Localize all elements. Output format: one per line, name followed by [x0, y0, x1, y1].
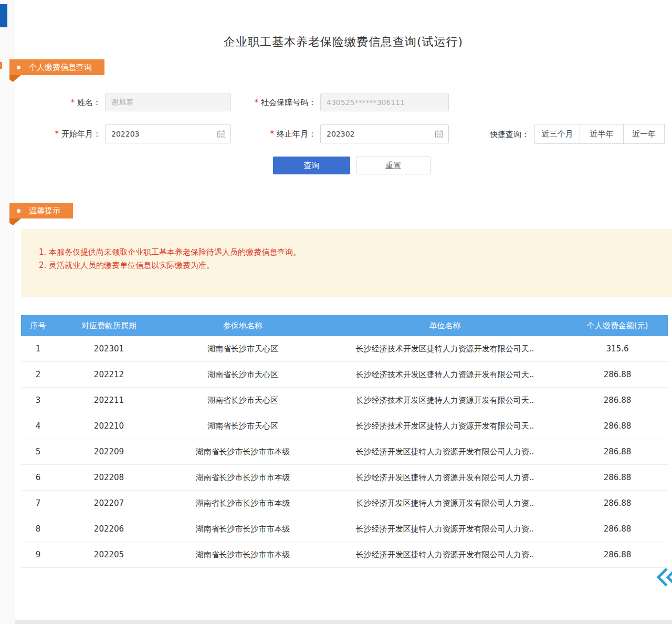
cell-period: 202211 — [55, 388, 163, 413]
header-period: 对应费款所属期 — [55, 315, 163, 336]
ssn-label: * 社会保障号码： — [226, 93, 316, 111]
table-header: 序号 对应费款所属期 参保地名称 单位名称 个人缴费金额(元) — [21, 315, 668, 336]
quick-option-halfyear[interactable]: 近半年 — [580, 124, 624, 144]
cell-region: 湖南省长沙市长沙市市本级 — [163, 491, 323, 516]
cell-company: 长沙经济开发区捷特人力资源开发有限公司人力资.. — [323, 439, 567, 464]
cell-amount: 286.88 — [567, 516, 668, 542]
cell-period: 202212 — [55, 362, 163, 387]
cell-amount: 286.88 — [567, 388, 668, 413]
page: 企业职工基本养老保险缴费信息查询(试运行) 个人缴费信息查询 * 姓名： * 社… — [0, 0, 672, 624]
table-row: 7 202207 湖南省长沙市长沙市市本级 长沙经济开发区捷特人力资源开发有限公… — [21, 491, 668, 516]
collapse-chevron-icon[interactable] — [656, 567, 672, 589]
calendar-icon[interactable] — [435, 130, 444, 139]
table-row: 3 202211 湖南省长沙市天心区 长沙经济技术开发区捷特人力资源开发有限公司… — [21, 388, 668, 413]
table-row: 4 202210 湖南省长沙市天心区 长沙经济技术开发区捷特人力资源开发有限公司… — [21, 413, 668, 439]
cell-region: 湖南省长沙市长沙市市本级 — [163, 542, 323, 567]
name-label: * 姓名： — [32, 93, 101, 111]
tips-line-2: 2. 灵活就业人员的缴费单位信息以实际缴费为准。 — [39, 259, 662, 272]
left-sidebar-strip — [0, 0, 15, 624]
cell-region: 湖南省长沙市长沙市市本级 — [163, 516, 323, 542]
bullet-dot-icon — [17, 209, 20, 213]
cell-amount: 286.88 — [567, 491, 668, 516]
cell-amount: 286.88 — [567, 362, 668, 387]
page-title: 企业职工基本养老保险缴费信息查询(试运行) — [15, 34, 672, 50]
table-row: 5 202209 湖南省长沙市长沙市市本级 长沙经济开发区捷特人力资源开发有限公… — [21, 439, 668, 465]
payments-table: 序号 对应费款所属期 参保地名称 单位名称 个人缴费金额(元) 1 202301… — [21, 315, 668, 568]
name-field — [110, 98, 226, 107]
cell-region: 湖南省长沙市长沙市市本级 — [163, 465, 323, 490]
required-asterisk: * — [270, 129, 275, 139]
bullet-dot-icon — [17, 66, 20, 69]
cell-region: 湖南省长沙市天心区 — [163, 336, 323, 361]
cell-company: 长沙经济开发区捷特人力资源开发有限公司人力资.. — [323, 516, 567, 542]
cell-serial: 8 — [21, 516, 55, 542]
tips-box: 1. 本服务仅提供尚未领取企业职工基本养老保险待遇人员的缴费信息查询。 2. 灵… — [21, 229, 672, 297]
cell-period: 202210 — [55, 413, 163, 439]
cell-amount: 315.6 — [567, 336, 668, 361]
cell-period: 202301 — [55, 336, 163, 361]
cell-amount: 286.88 — [567, 542, 668, 567]
end-month-field[interactable] — [326, 129, 432, 139]
cell-company: 长沙经济开发区捷特人力资源开发有限公司人力资.. — [323, 465, 567, 490]
sidebar-accent-block — [0, 4, 7, 27]
name-field-wrap — [105, 93, 231, 111]
table-row: 1 202301 湖南省长沙市天心区 长沙经济技术开发区捷特人力资源开发有限公司… — [21, 336, 668, 362]
cell-company: 长沙经济开发区捷特人力资源开发有限公司人力资.. — [323, 542, 567, 567]
required-asterisk: * — [55, 129, 59, 139]
cell-period: 202209 — [55, 439, 163, 464]
cell-region: 湖南省长沙市长沙市市本级 — [163, 439, 323, 464]
query-button[interactable]: 查询 — [273, 157, 350, 174]
cell-serial: 4 — [21, 413, 55, 439]
quick-query-label: 快捷查询： — [490, 130, 529, 140]
section-badge-tips: 温馨提示 — [9, 203, 73, 219]
left-edge-orange-mark — [0, 62, 2, 69]
table-row: 2 202212 湖南省长沙市天心区 长沙经济技术开发区捷特人力资源开发有限公司… — [21, 362, 668, 388]
start-month-field-wrap — [105, 124, 231, 143]
section-badge-query-label: 个人缴费信息查询 — [29, 63, 92, 72]
section-badge-tips-label: 温馨提示 — [29, 206, 60, 216]
cell-company: 长沙经济技术开发区捷特人力资源开发有限公司天.. — [323, 336, 567, 361]
cell-serial: 1 — [21, 336, 55, 361]
header-company: 单位名称 — [323, 315, 567, 336]
required-asterisk: * — [255, 98, 259, 107]
cell-company: 长沙经济技术开发区捷特人力资源开发有限公司天.. — [323, 413, 567, 439]
header-region: 参保地名称 — [163, 315, 323, 336]
tips-line-1: 1. 本服务仅提供尚未领取企业职工基本养老保险待遇人员的缴费信息查询。 — [39, 246, 662, 259]
cell-serial: 2 — [21, 362, 55, 387]
cell-amount: 286.88 — [567, 465, 668, 490]
cell-company: 长沙经济开发区捷特人力资源开发有限公司人力资.. — [323, 491, 567, 516]
cell-amount: 286.88 — [567, 439, 668, 464]
reset-button[interactable]: 重置 — [356, 157, 430, 174]
cell-period: 202206 — [55, 516, 163, 542]
cell-period: 202205 — [55, 542, 163, 567]
quick-option-1year[interactable]: 近一年 — [623, 124, 665, 144]
end-month-label: * 终止年月： — [226, 125, 316, 143]
cell-serial: 9 — [21, 542, 55, 567]
cell-amount: 286.88 — [567, 413, 668, 439]
quick-option-3months[interactable]: 近三个月 — [534, 124, 580, 144]
ssn-field — [326, 98, 444, 107]
quick-query-group: 近三个月 近半年 近一年 — [534, 124, 665, 144]
cell-company: 长沙经济技术开发区捷特人力资源开发有限公司天.. — [323, 388, 567, 413]
cell-serial: 7 — [21, 491, 55, 516]
calendar-icon[interactable] — [217, 130, 226, 139]
cell-period: 202207 — [55, 491, 163, 516]
start-month-field[interactable] — [110, 129, 214, 139]
required-asterisk: * — [71, 98, 75, 107]
header-serial: 序号 — [21, 315, 55, 336]
table-row: 6 202208 湖南省长沙市长沙市市本级 长沙经济开发区捷特人力资源开发有限公… — [21, 465, 668, 491]
cell-serial: 6 — [21, 465, 55, 490]
ssn-field-wrap — [320, 93, 449, 111]
cell-region: 湖南省长沙市天心区 — [163, 413, 323, 439]
bottom-edge-strip — [15, 620, 672, 624]
table-row: 9 202205 湖南省长沙市长沙市市本级 长沙经济开发区捷特人力资源开发有限公… — [21, 542, 668, 568]
end-month-field-wrap — [320, 124, 449, 143]
header-amount: 个人缴费金额(元) — [567, 315, 668, 336]
cell-company: 长沙经济技术开发区捷特人力资源开发有限公司天.. — [323, 362, 567, 387]
section-badge-query: 个人缴费信息查询 — [9, 59, 104, 75]
cell-region: 湖南省长沙市天心区 — [163, 388, 323, 413]
cell-region: 湖南省长沙市天心区 — [163, 362, 323, 387]
cell-serial: 5 — [21, 439, 55, 464]
table-body: 1 202301 湖南省长沙市天心区 长沙经济技术开发区捷特人力资源开发有限公司… — [21, 336, 668, 568]
cell-period: 202208 — [55, 465, 163, 490]
